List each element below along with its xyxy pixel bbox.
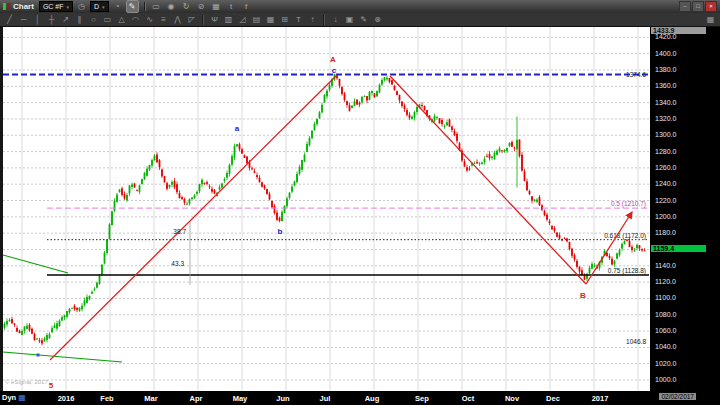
wave-tool[interactable]: ∿ <box>144 14 155 26</box>
month-label: Sep <box>415 394 429 403</box>
measure-value: 43.3 <box>171 260 184 267</box>
interval-value: D <box>94 3 99 10</box>
wave-label-a: a <box>235 124 240 133</box>
trendline-tool[interactable]: ╱ <box>4 14 15 26</box>
price-tick: 1120.0 <box>655 278 676 285</box>
toolbar-divider <box>202 15 204 25</box>
eraser-tool[interactable]: ⊗ <box>372 14 383 26</box>
callout-tool[interactable]: ▣ <box>344 14 355 26</box>
symbol-input[interactable]: GC #F ▾ <box>39 1 73 12</box>
price-tick: 1040.0 <box>655 343 676 350</box>
last-price-badge: 1159.4 <box>651 245 706 252</box>
cursor-date-badge: 02/02/2017 <box>659 393 696 400</box>
close-button[interactable]: × <box>705 1 717 12</box>
price-tick: 1180.0 <box>655 229 676 236</box>
price-tick: 1200.0 <box>655 213 676 220</box>
candlestick-plot: 1374.60.5 (1210.7)0.618 (1172.0)0.75 (11… <box>3 27 650 391</box>
pencil-tool[interactable]: ✎ <box>358 14 369 26</box>
price-tick: 1380.0 <box>655 66 676 73</box>
snapshot-icon[interactable]: ◉ <box>166 1 177 12</box>
maximize-button[interactable]: □ <box>692 1 704 12</box>
cross-line-tool[interactable]: ┼ <box>46 14 57 26</box>
toolbar-divider <box>323 15 325 25</box>
fib-0.618-label: 0.618 (1172.0) <box>604 232 646 240</box>
draw-mode-button[interactable]: ✎ <box>126 0 139 13</box>
horizontal-line-tool[interactable]: ─ <box>18 14 29 26</box>
chart-canvas[interactable]: 1374.60.5 (1210.7)0.618 (1172.0)0.75 (11… <box>0 27 650 391</box>
price-tick: 1360.0 <box>655 82 676 89</box>
chart-window: Chart GC #F ▾ ◷ D ▾ ◔ ✎ ▭◉↻⊘▦tf –□× ╱─│┼… <box>0 0 720 405</box>
fib-0.5-label: 0.5 (1210.7) <box>611 200 646 208</box>
price-axis[interactable]: 1440.01420.01400.01380.01360.01340.01320… <box>650 27 720 391</box>
wave-label-5: 5 <box>49 381 54 390</box>
panel-grid-icon[interactable]: ▦ <box>705 14 716 26</box>
ellipse-tool[interactable]: ○ <box>88 14 99 26</box>
layout-icon[interactable]: ▦ <box>211 1 222 12</box>
fib-retracement-tool[interactable]: ≡ <box>158 14 169 26</box>
green-support-lower <box>3 352 122 362</box>
fib-fan-tool[interactable]: ⋀ <box>172 14 183 26</box>
month-label: Mar <box>144 394 157 403</box>
month-label: 2016 <box>58 394 75 403</box>
arrow-up-tool[interactable]: ↑ <box>307 14 318 26</box>
arc-tool[interactable]: ◠ <box>130 14 141 26</box>
vertical-line-tool[interactable]: │ <box>32 14 43 26</box>
wave-label-b: b <box>278 227 283 236</box>
month-label: Feb <box>100 394 113 403</box>
arrow-down-tool[interactable]: ↓ <box>330 14 341 26</box>
ray-tool[interactable]: ↗ <box>60 14 71 26</box>
gann-fan-tool[interactable]: ◸ <box>186 14 197 26</box>
price-tick: 1000.0 <box>655 376 676 383</box>
month-label: Aug <box>365 394 380 403</box>
dyn-label: Dyn <box>2 393 16 402</box>
refresh-icon[interactable]: ↻ <box>181 1 192 12</box>
price-tick: 1240.0 <box>655 180 676 187</box>
pitchfork-tool[interactable]: Ψ <box>209 14 220 26</box>
toolbar-divider <box>144 2 146 11</box>
price-tick: 1220.0 <box>655 197 676 204</box>
dyn-scale-button[interactable]: Dyn ▦ <box>2 393 26 402</box>
titlebar: Chart GC #F ▾ ◷ D ▾ ◔ ✎ ▭◉↻⊘▦tf –□× <box>0 0 720 13</box>
price-tick: 1140.0 <box>655 262 676 269</box>
bands-tool[interactable]: ▤ <box>251 14 262 26</box>
month-label: Nov <box>505 394 519 403</box>
symbol-value: GC #F <box>43 3 64 10</box>
month-label: Apr <box>190 394 203 403</box>
price-tick: 1300.0 <box>655 131 676 138</box>
wave-label-B: B <box>580 291 586 300</box>
clear-drawings-icon[interactable]: ⊘ <box>196 1 207 12</box>
connection-indicator-icon <box>3 3 10 10</box>
rectangle-tool[interactable]: ▭ <box>102 14 113 26</box>
month-label: Jul <box>320 394 331 403</box>
drawing-handle <box>37 354 40 357</box>
cursor-price-badge: 1433.9 <box>651 27 706 34</box>
facebook-icon[interactable]: f <box>241 1 252 12</box>
text-tool[interactable]: T <box>293 14 304 26</box>
month-label: Jun <box>276 394 289 403</box>
price-tick: 1020.0 <box>655 360 676 367</box>
wave-label-A: A <box>330 55 336 64</box>
price-tick: 1420.0 <box>655 33 676 40</box>
month-label: Dec <box>546 394 560 403</box>
parallel-channel-tool[interactable]: ∥ <box>74 14 85 26</box>
grid-tool[interactable]: ▦ <box>265 14 276 26</box>
month-label: May <box>233 394 248 403</box>
time-axis[interactable]: Dyn ▦ 02/02/2017 2016FebMarAprMayJunJulA… <box>0 391 720 405</box>
interval-input[interactable]: D ▾ <box>90 1 109 12</box>
level-1046.8-label: 1046.8 <box>626 338 646 345</box>
wave5-to-A <box>50 75 337 360</box>
regression-tool[interactable]: ◿ <box>237 14 248 26</box>
minimize-button[interactable]: – <box>679 1 691 12</box>
window-title: Chart <box>13 2 34 11</box>
price-tick: 1260.0 <box>655 164 676 171</box>
cycle-lines-tool[interactable]: ▥ <box>223 14 234 26</box>
watermark: © eSignal, 2017 <box>5 379 48 385</box>
green-support-upper <box>3 255 68 273</box>
session-icon[interactable]: ◔ <box>112 1 123 12</box>
time-template-icon[interactable]: ◷ <box>76 1 87 12</box>
twitter-icon[interactable]: t <box>226 1 237 12</box>
triangle-tool[interactable]: △ <box>116 14 127 26</box>
quadrant-tool[interactable]: ⊞ <box>279 14 290 26</box>
comment-icon[interactable]: ▭ <box>151 1 162 12</box>
chevron-down-icon: ▾ <box>67 4 70 10</box>
